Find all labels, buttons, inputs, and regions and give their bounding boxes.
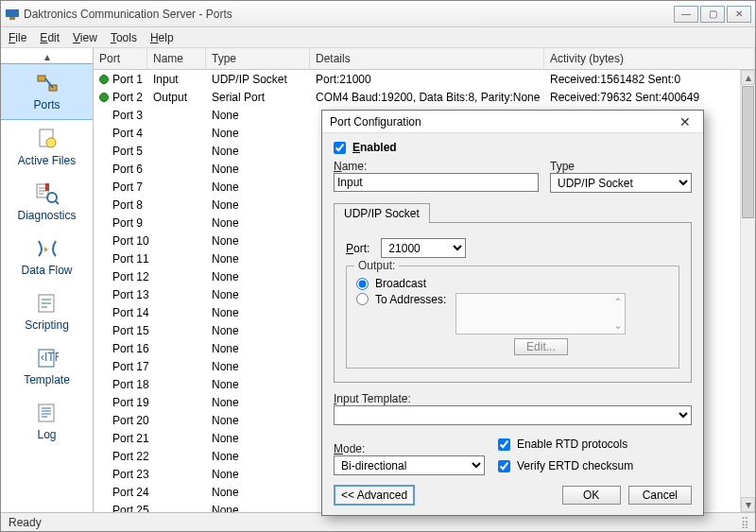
- dialog-titlebar[interactable]: Port Configuration ✕: [322, 111, 703, 133]
- port-cell: Port 19: [112, 396, 149, 409]
- ports-icon: [32, 70, 62, 96]
- port-cell: Port 23: [112, 468, 149, 481]
- broadcast-radio[interactable]: [356, 278, 369, 290]
- verify-ertd-checkbox[interactable]: [498, 460, 510, 472]
- sidebar-item-data-flow[interactable]: Data Flow: [1, 230, 93, 284]
- type-cell: UDP/IP Socket: [206, 73, 310, 86]
- scroll-down-arrow[interactable]: ▾: [741, 497, 755, 512]
- maximize-button[interactable]: ▢: [700, 6, 725, 23]
- broadcast-label: Broadcast: [375, 277, 426, 290]
- type-select[interactable]: UDP/IP Socket: [550, 173, 692, 193]
- col-name[interactable]: Name: [147, 48, 206, 69]
- type-cell: None: [206, 288, 310, 301]
- scroll-thumb[interactable]: [742, 86, 754, 218]
- mode-label: Mode:: [334, 442, 485, 455]
- type-cell: None: [206, 378, 310, 391]
- scroll-track[interactable]: [741, 219, 755, 497]
- port-cell: Port 3: [112, 109, 143, 122]
- diagnostics-icon: [32, 180, 62, 207]
- titlebar[interactable]: Daktronics Communication Server - Ports …: [1, 1, 755, 27]
- menu-help[interactable]: Help: [150, 31, 174, 44]
- addresses-listbox[interactable]: ⌃⌄: [455, 293, 626, 335]
- type-label: Type: [550, 160, 692, 173]
- type-cell: None: [206, 414, 310, 427]
- type-cell: None: [206, 342, 310, 355]
- status-dot-icon: [99, 75, 109, 84]
- dialog-title: Port Configuration: [330, 115, 421, 129]
- port-cell: Port 4: [112, 127, 143, 140]
- col-activity[interactable]: Activity (bytes): [544, 48, 755, 69]
- svg-rect-10: [45, 183, 49, 191]
- port-cell: Port 17: [112, 360, 149, 373]
- svg-line-9: [56, 201, 59, 204]
- port-label: Port:: [346, 242, 369, 255]
- port-cell: Port 15: [112, 324, 149, 337]
- status-text: Ready: [9, 516, 42, 529]
- enable-rtd-row[interactable]: Enable RTD protocols: [498, 438, 633, 451]
- tab-udp-ip-socket[interactable]: UDP/IP Socket: [334, 203, 430, 223]
- verify-ertd-row[interactable]: Verify ERTD checksum: [498, 459, 633, 472]
- port-select[interactable]: 21000: [381, 238, 466, 258]
- enabled-checkbox-row[interactable]: Enabled: [334, 141, 692, 154]
- port-cell: Port 10: [112, 234, 149, 248]
- minimize-button[interactable]: —: [674, 6, 698, 23]
- port-cell: Port 24: [112, 486, 149, 499]
- mode-select[interactable]: Bi-directional: [334, 455, 485, 475]
- output-group-label: Output:: [354, 259, 399, 272]
- app-icon: [5, 7, 20, 22]
- to-addresses-label: To Addresses:: [375, 293, 446, 306]
- cancel-button[interactable]: Cancel: [628, 486, 692, 505]
- sidebar-scroll-up[interactable]: ▴: [1, 50, 93, 63]
- sidebar-item-ports[interactable]: Ports: [1, 63, 93, 120]
- to-addresses-radio[interactable]: [356, 293, 369, 305]
- dialog-close-button[interactable]: ✕: [675, 113, 696, 130]
- activity-cell: Received:1561482 Sent:0: [544, 73, 755, 86]
- menu-tools[interactable]: Tools: [111, 31, 137, 44]
- menu-file[interactable]: File: [9, 31, 26, 44]
- activity-cell: Received:79632 Sent:400649: [544, 91, 755, 104]
- name-input[interactable]: [334, 173, 539, 192]
- advanced-button[interactable]: << Advanced: [334, 485, 415, 506]
- details-cell: COM4 Baud:19200, Data Bits:8, Parity:Non…: [310, 91, 544, 104]
- window-title: Daktronics Communication Server - Ports: [24, 8, 232, 21]
- table-row[interactable]: Port 1InputUDP/IP SocketPort:21000Receiv…: [94, 70, 755, 88]
- template-icon: ‹ITF›: [32, 345, 62, 371]
- list-header: Port Name Type Details Activity (bytes): [94, 48, 755, 70]
- sidebar-item-scripting[interactable]: Scripting: [1, 284, 93, 339]
- resize-grip[interactable]: ⣿: [741, 516, 747, 529]
- status-dot-icon: [99, 93, 109, 102]
- sidebar-item-diagnostics[interactable]: Diagnostics: [1, 175, 93, 230]
- output-groupbox: Output: Broadcast To Addresses: ⌃⌄ Edit.…: [346, 266, 679, 369]
- port-cell: Port 7: [112, 180, 143, 194]
- sidebar-item-active-files[interactable]: Active Files: [1, 120, 93, 175]
- type-cell: None: [206, 432, 310, 445]
- table-row[interactable]: Port 2OutputSerial PortCOM4 Baud:19200, …: [94, 88, 755, 106]
- scroll-up-arrow[interactable]: ▴: [741, 70, 755, 85]
- svg-rect-1: [9, 17, 15, 20]
- port-cell: Port 9: [112, 216, 143, 230]
- verify-ertd-label: Verify ERTD checksum: [517, 459, 633, 472]
- menu-view[interactable]: View: [73, 31, 97, 44]
- type-cell: None: [206, 198, 310, 212]
- port-configuration-dialog: Port Configuration ✕ Enabled Name: Type …: [321, 110, 704, 516]
- sidebar-item-log[interactable]: Log: [1, 394, 93, 449]
- col-details[interactable]: Details: [310, 48, 544, 69]
- close-button[interactable]: ✕: [727, 6, 751, 23]
- ok-button[interactable]: OK: [562, 486, 621, 505]
- sidebar-item-template[interactable]: ‹ITF› Template: [1, 339, 93, 394]
- port-cell: Port 5: [112, 145, 143, 158]
- col-port[interactable]: Port: [94, 48, 147, 69]
- enable-rtd-checkbox[interactable]: [498, 438, 510, 451]
- toaddr-radio-row[interactable]: To Addresses: ⌃⌄ Edit...: [356, 293, 669, 355]
- menu-edit[interactable]: Edit: [40, 31, 60, 44]
- input-template-select[interactable]: [334, 405, 692, 425]
- sidebar-label-scripting: Scripting: [25, 318, 69, 332]
- type-cell: None: [206, 109, 310, 122]
- vertical-scrollbar[interactable]: ▴ ▾: [740, 70, 755, 512]
- col-type[interactable]: Type: [206, 48, 310, 69]
- broadcast-radio-row[interactable]: Broadcast: [356, 277, 669, 290]
- log-icon: [32, 400, 62, 426]
- sidebar: ▴ Ports Active Files Diagnostics Data Fl…: [1, 48, 94, 512]
- type-cell: None: [206, 234, 310, 248]
- enabled-checkbox[interactable]: [334, 142, 346, 154]
